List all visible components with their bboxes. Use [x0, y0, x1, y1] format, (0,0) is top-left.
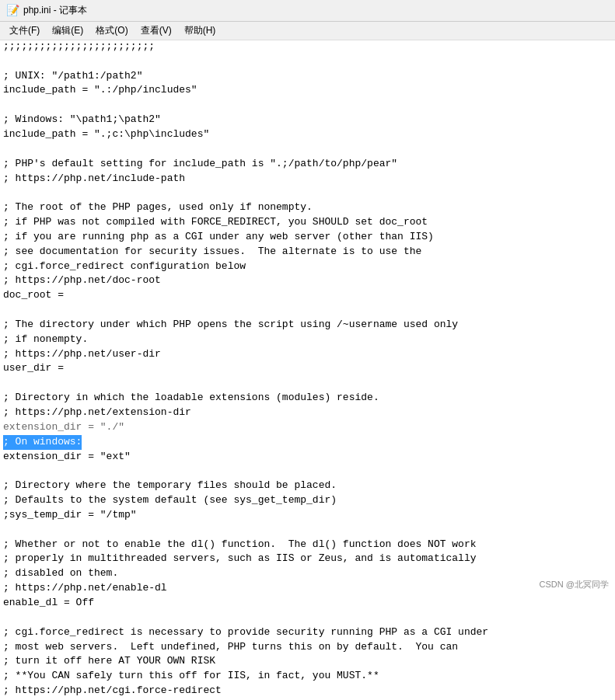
watermark: CSDN @北冥同学 [540, 579, 609, 590]
title-bar: 📝 php.ini - 记事本 [0, 0, 615, 22]
window-title: php.ini - 记事本 [23, 4, 87, 17]
comment-line: extension_dir = "./" [3, 421, 124, 433]
menu-item-e[interactable]: 编辑(E) [46, 23, 89, 39]
menu-item-o[interactable]: 格式(O) [89, 23, 134, 39]
app-icon: 📝 [6, 5, 19, 17]
content-area[interactable]: ; If empty, default_charset is used. ; S… [0, 40, 615, 700]
menu-item-h[interactable]: 帮助(H) [178, 23, 222, 39]
menu-bar: 文件(F)编辑(E)格式(O)查看(V)帮助(H) [0, 22, 615, 40]
menu-item-f[interactable]: 文件(F) [3, 23, 46, 39]
highlighted-line: ; On windows: [3, 435, 82, 450]
code-content: ; If empty, default_charset is used. ; S… [3, 40, 612, 698]
menu-item-v[interactable]: 查看(V) [135, 23, 178, 39]
